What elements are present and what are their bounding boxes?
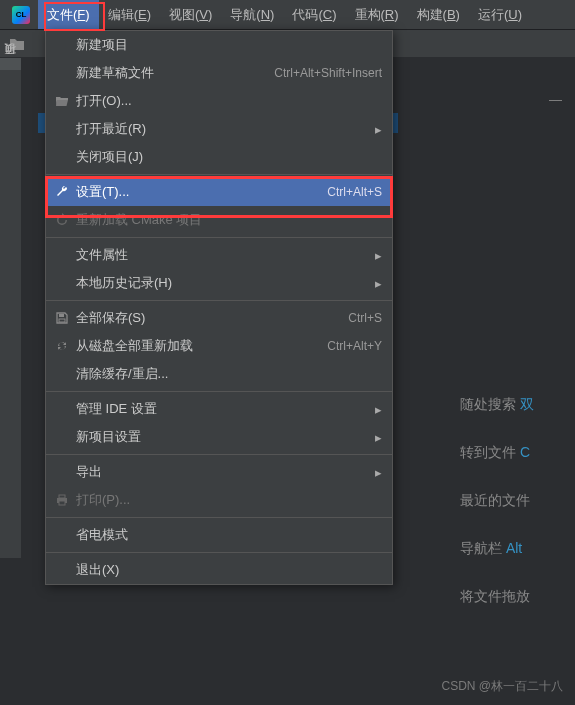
wrench-icon: [52, 185, 72, 199]
menu-item-16[interactable]: 管理 IDE 设置▸: [46, 395, 392, 423]
menu-item-label: 本地历史记录(H): [76, 274, 367, 292]
menu-item-label: 省电模式: [76, 526, 382, 544]
menu-item-7: 重新加载 CMake 项目: [46, 206, 392, 234]
menu-item-1[interactable]: 新建草稿文件Ctrl+Alt+Shift+Insert: [46, 59, 392, 87]
welcome-hints: 随处搜索 双转到文件 C最近的文件导航栏 Alt将文件拖放: [460, 380, 575, 620]
menu-item-19[interactable]: 导出▸: [46, 458, 392, 486]
menu-item-24[interactable]: 退出(X): [46, 556, 392, 584]
welcome-hint-text: 随处搜索: [460, 396, 520, 412]
menu-item-label: 文件属性: [76, 246, 367, 264]
minimize-icon[interactable]: —: [549, 92, 565, 107]
menu-item-label: 重新加载 CMake 项目: [76, 211, 382, 229]
clion-logo-icon: CL: [12, 6, 30, 24]
welcome-hint-row: 最近的文件: [460, 476, 575, 524]
welcome-hint-row: 转到文件 C: [460, 428, 575, 476]
reload-icon: [52, 339, 72, 353]
menu-item-0[interactable]: 新建项目: [46, 31, 392, 59]
menu-separator: [46, 454, 392, 455]
welcome-hint-row: 随处搜索 双: [460, 380, 575, 428]
welcome-hint-text: 最近的文件: [460, 492, 530, 508]
svg-rect-4: [59, 501, 65, 505]
menu-item-10[interactable]: 本地历史记录(H)▸: [46, 269, 392, 297]
menu-u[interactable]: 运行(U): [469, 0, 531, 29]
svg-rect-0: [59, 314, 64, 317]
submenu-arrow-icon: ▸: [375, 430, 382, 445]
menu-item-3[interactable]: 打开最近(R)▸: [46, 115, 392, 143]
menu-item-label: 全部保存(S): [76, 309, 338, 327]
print-icon: [52, 493, 72, 507]
menu-separator: [46, 174, 392, 175]
file-menu-dropdown: 新建项目新建草稿文件Ctrl+Alt+Shift+Insert打开(O)...打…: [45, 30, 393, 585]
menu-separator: [46, 391, 392, 392]
menu-item-4[interactable]: 关闭项目(J): [46, 143, 392, 171]
menubar: CL 文件(F)编辑(E)视图(V)导航(N)代码(C)重构(R)构建(B)运行…: [0, 0, 575, 30]
menu-item-17[interactable]: 新项目设置▸: [46, 423, 392, 451]
menu-item-shortcut: Ctrl+S: [348, 311, 382, 325]
menu-item-label: 打印(P)...: [76, 491, 382, 509]
menu-item-label: 新建项目: [76, 36, 382, 54]
menu-item-2[interactable]: 打开(O)...: [46, 87, 392, 115]
project-tool-tab[interactable]: 项目: [0, 58, 21, 70]
left-tool-sidebar: 项目: [0, 58, 22, 558]
menu-separator: [46, 300, 392, 301]
menu-item-13[interactable]: 从磁盘全部重新加载Ctrl+Alt+Y: [46, 332, 392, 360]
menu-item-label: 清除缓存/重启...: [76, 365, 382, 383]
menu-separator: [46, 552, 392, 553]
watermark: CSDN @林一百二十八: [441, 678, 563, 695]
menu-n[interactable]: 导航(N): [221, 0, 283, 29]
menu-v[interactable]: 视图(V): [160, 0, 221, 29]
menu-item-label: 新项目设置: [76, 428, 367, 446]
submenu-arrow-icon: ▸: [375, 122, 382, 137]
menu-item-9[interactable]: 文件属性▸: [46, 241, 392, 269]
menu-f[interactable]: 文件(F): [38, 0, 99, 29]
menu-separator: [46, 237, 392, 238]
menu-item-6[interactable]: 设置(T)...Ctrl+Alt+S: [46, 178, 392, 206]
menu-e[interactable]: 编辑(E): [99, 0, 160, 29]
welcome-hint-shortcut: 双: [520, 396, 534, 412]
submenu-arrow-icon: ▸: [375, 402, 382, 417]
menu-b[interactable]: 构建(B): [408, 0, 469, 29]
welcome-hint-text: 导航栏: [460, 540, 506, 556]
menu-item-label: 打开(O)...: [76, 92, 382, 110]
welcome-hint-row: 将文件拖放: [460, 572, 575, 620]
menu-item-12[interactable]: 全部保存(S)Ctrl+S: [46, 304, 392, 332]
menu-c[interactable]: 代码(C): [283, 0, 345, 29]
save-icon: [52, 311, 72, 325]
folder-icon[interactable]: [6, 33, 28, 55]
menu-item-label: 从磁盘全部重新加载: [76, 337, 317, 355]
menu-item-20: 打印(P)...: [46, 486, 392, 514]
svg-rect-1: [59, 319, 65, 322]
menu-item-label: 新建草稿文件: [76, 64, 264, 82]
folder-open-icon: [52, 95, 72, 107]
submenu-arrow-icon: ▸: [375, 248, 382, 263]
welcome-hint-shortcut: C: [520, 444, 530, 460]
menu-item-label: 导出: [76, 463, 367, 481]
welcome-hint-text: 转到文件: [460, 444, 520, 460]
menu-item-label: 管理 IDE 设置: [76, 400, 367, 418]
menu-item-label: 打开最近(R): [76, 120, 367, 138]
menu-item-14[interactable]: 清除缓存/重启...: [46, 360, 392, 388]
menu-item-shortcut: Ctrl+Alt+S: [327, 185, 382, 199]
app-logo-slot: CL: [4, 0, 38, 29]
menu-item-22[interactable]: 省电模式: [46, 521, 392, 549]
welcome-hint-row: 导航栏 Alt: [460, 524, 575, 572]
welcome-hint-text: 将文件拖放: [460, 588, 530, 604]
svg-rect-2: [59, 495, 65, 498]
menu-item-shortcut: Ctrl+Alt+Shift+Insert: [274, 66, 382, 80]
submenu-arrow-icon: ▸: [375, 465, 382, 480]
menu-item-label: 设置(T)...: [76, 183, 317, 201]
menu-item-label: 关闭项目(J): [76, 148, 382, 166]
menu-item-label: 退出(X): [76, 561, 382, 579]
menu-item-shortcut: Ctrl+Alt+Y: [327, 339, 382, 353]
submenu-arrow-icon: ▸: [375, 276, 382, 291]
menu-r[interactable]: 重构(R): [346, 0, 408, 29]
welcome-hint-shortcut: Alt: [506, 540, 522, 556]
refresh-icon: [52, 213, 72, 227]
menu-separator: [46, 517, 392, 518]
